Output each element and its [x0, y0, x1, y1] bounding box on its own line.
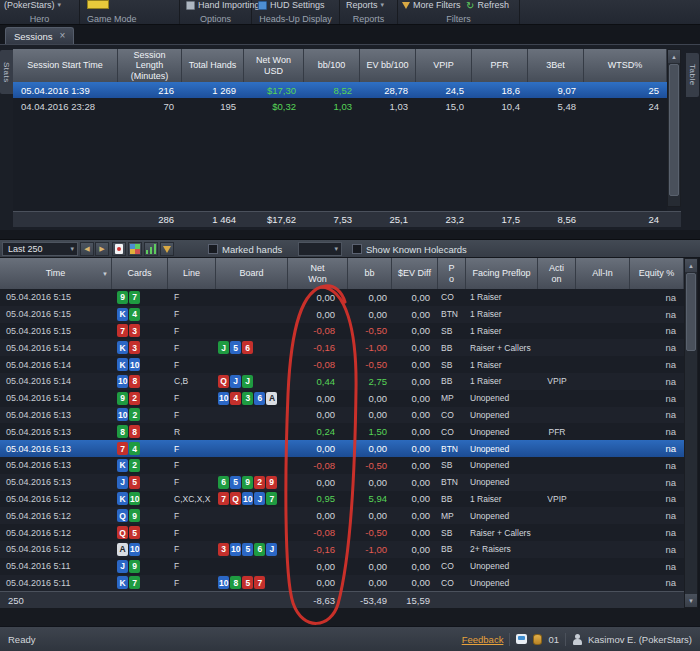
hand-row[interactable]: 05.04.2016 5:14108C,BQJJ0,442,750,00BB1 … — [0, 373, 684, 390]
column-header-3bet[interactable]: 3Bet — [528, 49, 584, 82]
column-header-ev-diff[interactable]: $EV Diff — [392, 258, 438, 289]
sessions-scrollbar-thumb[interactable] — [669, 64, 679, 196]
column-header-board[interactable]: Board — [216, 258, 288, 289]
database-icon[interactable] — [533, 634, 542, 645]
column-header-equity[interactable]: Equity % — [630, 258, 684, 289]
cell-action — [538, 575, 576, 591]
column-header-label: Equity % — [639, 268, 675, 278]
column-header-net-won-usd[interactable]: Net Won USD — [244, 49, 304, 82]
hand-row[interactable]: 05.04.2016 5:14K10F-0,08-0,500,00SB1 Rai… — [0, 356, 684, 373]
scroll-down-icon[interactable]: ▼ — [685, 594, 697, 607]
cell-ev-diff: 0,00 — [392, 390, 438, 407]
column-header-time[interactable]: Time▼ — [0, 258, 112, 289]
more-filters-button[interactable]: More Filters — [402, 0, 461, 11]
hand-row[interactable]: 05.04.2016 5:13102F0,000,000,00COUnopene… — [0, 407, 684, 424]
scroll-up-icon[interactable]: ▲ — [668, 50, 680, 63]
marked-hands-select[interactable]: ▾ — [298, 242, 342, 256]
session-row[interactable]: 04.04.2016 23:2870195$0,321,031,0315,010… — [13, 98, 667, 114]
next-hand-button[interactable]: ▶ — [95, 242, 109, 256]
cell-position: CO — [438, 575, 466, 591]
hand-row[interactable]: 05.04.2016 5:1573F-0,08-0,500,00SB1 Rais… — [0, 323, 684, 340]
filter-button[interactable] — [160, 242, 174, 256]
column-header-cards[interactable]: Cards — [112, 258, 168, 289]
column-header-net-won[interactable]: Net Won — [288, 258, 348, 289]
prev-hand-button[interactable]: ◀ — [80, 242, 94, 256]
card-chip: K — [117, 459, 128, 472]
hands-range-select[interactable]: Last 250 ▾ — [2, 242, 78, 256]
hand-row[interactable]: 05.04.2016 5:12Q5F-0,08-0,500,00SBRaiser… — [0, 524, 684, 541]
hand-row[interactable]: 05.04.2016 5:13J5F659290,000,000,00BTNUn… — [0, 474, 684, 491]
cell-action — [538, 339, 576, 356]
column-filter-icon[interactable]: ▼ — [102, 270, 108, 277]
scroll-up-icon[interactable]: ▲ — [685, 259, 697, 272]
summary-bb: -53,49 — [348, 592, 392, 608]
hand-importing-button[interactable]: Hand Importing — [186, 0, 260, 11]
feedback-link[interactable]: Feedback — [462, 634, 504, 645]
stats-side-tab[interactable]: Stats — [0, 50, 13, 94]
cell-all-in — [576, 356, 630, 373]
grid-view-button[interactable] — [128, 242, 142, 256]
session-row[interactable]: 05.04.2016 1:392161 269$17,308,5228,7824… — [13, 82, 667, 98]
column-header-bb[interactable]: bb — [348, 258, 392, 289]
column-header-po[interactable]: Po — [438, 258, 466, 289]
reports-button[interactable]: Reports ▾ — [346, 0, 384, 11]
hand-row[interactable]: 05.04.2016 5:13K2F-0,08-0,500,00SBUnopen… — [0, 457, 684, 474]
card-chip: K — [117, 358, 128, 371]
summary-cell-total-hands: 1 464 — [182, 212, 244, 227]
hero-account-button[interactable]: (PokerStars) ▾ — [4, 0, 61, 11]
hand-row[interactable]: 05.04.2016 5:1388R0,241,500,00COUnopened… — [0, 423, 684, 440]
column-header-line[interactable]: Line — [168, 258, 216, 289]
hand-row[interactable]: 05.04.2016 5:11K7F108570,000,000,00COUno… — [0, 575, 684, 591]
replayer-button[interactable] — [112, 242, 126, 256]
column-header-facing-preflop[interactable]: Facing Preflop — [466, 258, 538, 289]
close-icon[interactable]: × — [60, 31, 66, 41]
cell-bb: 0,00 — [348, 575, 392, 591]
column-header-all-in[interactable]: All-In — [576, 258, 630, 289]
cell-cards: 108 — [112, 373, 168, 390]
chart-view-button[interactable] — [144, 242, 158, 256]
column-header-bb-100[interactable]: bb/100 — [304, 49, 360, 82]
column-header-wtsd[interactable]: WTSD% — [584, 49, 667, 82]
cell-net-won: -0,08 — [288, 457, 348, 474]
hand-row[interactable]: 05.04.2016 5:15K4F0,000,000,00BTN1 Raise… — [0, 306, 684, 323]
column-header-vpip[interactable]: VPIP — [416, 49, 472, 82]
table-side-tab[interactable]: Table — [686, 53, 699, 97]
card-chip: A — [117, 543, 128, 556]
cell-ev-diff: 0,00 — [392, 507, 438, 524]
column-header-pfr[interactable]: PFR — [472, 49, 528, 82]
hands-scrollbar-thumb[interactable] — [686, 273, 696, 351]
column-header-action[interactable]: Action — [538, 258, 576, 289]
hand-row[interactable]: 05.04.2016 5:1374F0,000,000,00BTNUnopene… — [0, 440, 684, 457]
hand-row[interactable]: 05.04.2016 5:12K10C,XC,X,X7Q10J70,955,94… — [0, 491, 684, 508]
hands-scrollbar[interactable]: ▲ ▼ — [684, 258, 698, 608]
cell-session-start-time: 05.04.2016 1:39 — [13, 82, 118, 98]
marked-hands-checkbox[interactable] — [208, 244, 218, 254]
refresh-button[interactable]: ↻ Refresh — [466, 0, 509, 11]
cell-time: 05.04.2016 5:11 — [0, 575, 112, 591]
hand-row[interactable]: 05.04.2016 5:12Q9F0,000,000,00MPUnopened… — [0, 507, 684, 524]
column-header-total-hands[interactable]: Total Hands — [182, 49, 244, 82]
hand-row[interactable]: 05.04.2016 5:1597F0,000,000,00CO1 Raiser… — [0, 289, 684, 306]
cell-facing-preflop: 1 Raiser — [466, 306, 538, 323]
hand-row[interactable]: 05.04.2016 5:12A10F31056J-0,16-1,000,00B… — [0, 541, 684, 558]
cell-line: F — [168, 474, 216, 491]
cell-session-start-time: 04.04.2016 23:28 — [13, 98, 118, 114]
hud-settings-button[interactable]: HUD Settings — [258, 0, 325, 11]
show-known-holecards-checkbox[interactable] — [352, 244, 362, 254]
tab-sessions[interactable]: Sessions × — [5, 27, 74, 44]
sessions-panel: Stats Table Session Start TimeSession Le… — [0, 44, 700, 230]
chat-icon[interactable] — [516, 634, 527, 644]
hand-row[interactable]: 05.04.2016 5:1492F10436A0,000,000,00MPUn… — [0, 390, 684, 407]
game-mode-swatch[interactable] — [87, 0, 109, 9]
column-header-session-start-time[interactable]: Session Start Time — [13, 49, 118, 82]
show-known-holecards-label: Show Known Holecards — [366, 244, 467, 255]
sessions-scrollbar[interactable]: ▲ — [667, 49, 681, 207]
cell-cards: J9 — [112, 558, 168, 575]
hand-row[interactable]: 05.04.2016 5:14K3FJ56-0,16-1,000,00BBRai… — [0, 339, 684, 356]
cell-position: SB — [438, 524, 466, 541]
column-header-session-length-minutes[interactable]: Session Length (Minutes) — [118, 49, 182, 82]
hand-row[interactable]: 05.04.2016 5:11J9F0,000,000,00COUnopened… — [0, 558, 684, 575]
cell-bb: 0,00 — [348, 474, 392, 491]
column-header-ev-bb-100[interactable]: EV bb/100 — [360, 49, 416, 82]
cell-all-in — [576, 474, 630, 491]
